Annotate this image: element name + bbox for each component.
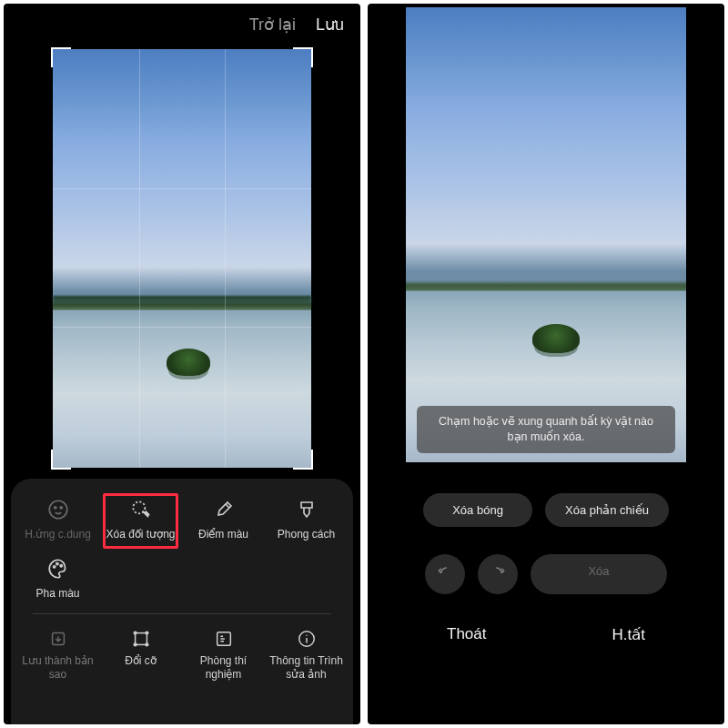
tool-label: Xóa đối tượng <box>106 528 175 541</box>
photo-canvas[interactable]: Chạm hoặc vẽ xung quanh bất kỳ vật nào b… <box>406 7 686 462</box>
svg-point-10 <box>146 632 148 634</box>
svg-point-0 <box>49 500 67 519</box>
resize-icon <box>129 627 153 651</box>
photo-canvas[interactable] <box>53 49 311 468</box>
crop-handle-br[interactable] <box>293 450 313 470</box>
eraser-controls: Xóa bóng Xóa phản chiếu Xóa Thoát H.tất <box>368 462 724 724</box>
eraser-lasso-icon <box>128 497 154 522</box>
remove-reflection-button[interactable]: Xóa phản chiếu <box>545 493 669 527</box>
hint-toast: Chạm hoặc vẽ xung quanh bất kỳ vật nào b… <box>417 406 675 453</box>
svg-point-11 <box>134 643 136 646</box>
tool-label: Pha màu <box>35 587 79 601</box>
action-label: Phòng thí nghiệm <box>184 654 263 682</box>
face-icon <box>46 497 71 522</box>
tool-color-mix[interactable]: Pha màu <box>16 551 99 610</box>
object-eraser-screen: Chạm hoặc vẽ xung quanh bất kỳ vật nào b… <box>368 4 724 724</box>
undo-button[interactable] <box>425 554 465 594</box>
undo-redo-row: Xóa <box>384 554 708 594</box>
tool-label: Điểm màu <box>198 528 248 541</box>
svg-point-2 <box>60 507 62 509</box>
erase-button[interactable]: Xóa <box>531 554 667 594</box>
action-resize[interactable]: Đổi cỡ <box>99 623 182 685</box>
crop-grid <box>53 49 311 468</box>
divider <box>33 613 331 614</box>
tool-object-eraser[interactable]: Xóa đối tượng <box>99 491 182 551</box>
crop-handle-tr[interactable] <box>293 47 313 67</box>
remove-options: Xóa bóng Xóa phản chiếu <box>384 493 708 527</box>
bottom-toolbar: Lưu thành bản sao Đổi cỡ Phòng thí nghiệ… <box>16 623 348 685</box>
action-label: Thông tin Trình sửa ảnh <box>267 654 346 682</box>
tool-style[interactable]: Phong cách <box>265 491 348 551</box>
info-icon <box>295 627 318 651</box>
edit-screen: Trở lại Lưu H.ứng c.dung Xóa đối tượng <box>4 4 360 724</box>
redo-button[interactable] <box>478 554 518 594</box>
svg-point-15 <box>306 635 307 636</box>
landscape-treeline <box>53 296 311 307</box>
action-labs[interactable]: Phòng thí nghiệm <box>182 623 265 685</box>
svg-point-1 <box>54 507 56 509</box>
svg-point-6 <box>60 565 62 567</box>
tool-spot-color[interactable]: Điểm màu <box>182 491 265 551</box>
svg-point-9 <box>134 632 136 634</box>
svg-point-5 <box>56 563 57 565</box>
tool-portrait-effect: H.ứng c.dung <box>16 491 99 551</box>
labs-icon <box>212 627 236 651</box>
action-about[interactable]: Thông tin Trình sửa ảnh <box>265 623 348 685</box>
brush-icon <box>294 497 319 522</box>
action-label: Lưu thành bản sao <box>18 654 97 682</box>
svg-point-12 <box>146 643 148 646</box>
redo-icon <box>489 563 507 585</box>
topbar: Trở lại Lưu <box>4 4 360 46</box>
svg-point-4 <box>53 566 55 568</box>
save-button[interactable]: Lưu <box>316 15 344 35</box>
action-save-copy[interactable]: Lưu thành bản sao <box>16 623 99 685</box>
tool-label: Phong cách <box>278 528 335 541</box>
landscape-treeline <box>406 7 686 18</box>
exit-button[interactable]: Thoát <box>447 625 486 644</box>
save-copy-icon <box>46 627 70 651</box>
tool-grid: H.ứng c.dung Xóa đối tượng Điểm màu Phon… <box>16 491 348 610</box>
crop-handle-tl[interactable] <box>51 47 71 67</box>
svg-point-3 <box>133 501 145 513</box>
landscape-bush <box>532 324 580 353</box>
tool-panel: H.ứng c.dung Xóa đối tượng Điểm màu Phon… <box>11 479 353 724</box>
tool-label: H.ứng c.dung <box>25 528 91 541</box>
footer: Thoát H.tất <box>384 625 708 661</box>
palette-icon <box>46 556 71 581</box>
action-label: Đổi cỡ <box>125 654 157 668</box>
svg-rect-8 <box>135 633 147 645</box>
crop-handle-bl[interactable] <box>51 450 71 470</box>
landscape-bush <box>167 349 210 376</box>
remove-shadow-button[interactable]: Xóa bóng <box>423 493 532 527</box>
back-button[interactable]: Trở lại <box>249 15 296 35</box>
done-button[interactable]: H.tất <box>612 625 645 644</box>
undo-icon <box>436 563 454 585</box>
eyedropper-icon <box>211 497 237 522</box>
